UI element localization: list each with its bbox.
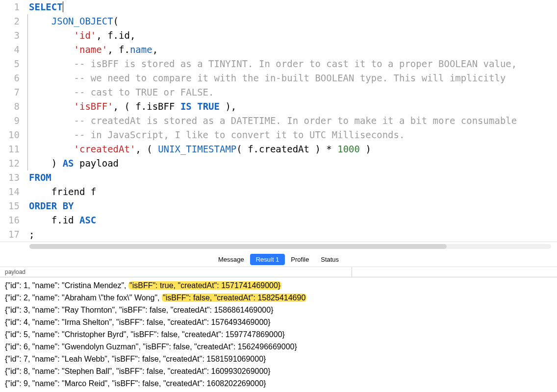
string-name: 'name' bbox=[74, 44, 108, 55]
line-number: 1 bbox=[0, 0, 20, 14]
keyword-select: SELECT bbox=[29, 1, 63, 12]
row-text: {"id": 7, "name": "Leah Webb", "isBFF": … bbox=[5, 355, 266, 363]
row-text: {"id": 6, "name": "Gwendolyn Guzman", "i… bbox=[5, 343, 297, 351]
tab-message[interactable]: Message bbox=[212, 254, 250, 265]
line-number: 9 bbox=[0, 114, 20, 128]
comment: -- createdAt is stored as a DATETIME. In… bbox=[74, 115, 517, 126]
table-row[interactable]: {"id": 9, "name": "Marco Reid", "isBFF":… bbox=[5, 377, 553, 390]
comment: -- isBFF is stored as a TINYINT. In orde… bbox=[74, 58, 517, 69]
table-row[interactable]: {"id": 3, "name": "Ray Thornton", "isBFF… bbox=[5, 304, 553, 316]
fn-json-object: JSON_OBJECT bbox=[51, 16, 113, 26]
line-number: 13 bbox=[0, 171, 20, 185]
string-id: 'id' bbox=[74, 30, 97, 41]
line-number: 6 bbox=[0, 71, 20, 85]
line-number: 8 bbox=[0, 99, 20, 114]
table-row[interactable]: {"id": 4, "name": "Irma Shelton", "isBFF… bbox=[5, 316, 553, 328]
line-number: 4 bbox=[0, 43, 20, 57]
table-row[interactable]: {"id": 7, "name": "Leah Webb", "isBFF": … bbox=[5, 353, 553, 365]
column-payload[interactable]: payload bbox=[0, 267, 352, 277]
code-area[interactable]: SELECT JSON_OBJECT( 'id', f.id, 'name', … bbox=[27, 0, 517, 242]
line-number: 5 bbox=[0, 57, 20, 71]
row-text: {"id": 8, "name": "Stephen Ball", "isBFF… bbox=[5, 367, 271, 375]
table-row[interactable]: {"id": 1, "name": "Cristina Mendez", "is… bbox=[5, 279, 553, 292]
table-row[interactable]: {"id": 2, "name": "Abraham \"the fox\" W… bbox=[5, 292, 553, 304]
horizontal-scrollbar[interactable] bbox=[29, 244, 551, 249]
row-text: {"id": 3, "name": "Ray Thornton", "isBFF… bbox=[5, 306, 273, 314]
row-text: {"id": 4, "name": "Irma Shelton", "isBFF… bbox=[5, 318, 271, 326]
line-number-gutter: 1234567891011121314151617 bbox=[0, 0, 27, 242]
tab-profile[interactable]: Profile bbox=[285, 254, 315, 265]
tab-result-1[interactable]: Result 1 bbox=[250, 254, 285, 265]
line-number: 14 bbox=[0, 185, 20, 199]
fold-guide bbox=[27, 14, 28, 171]
highlighted-text: "isBFF": true, "createdAt": 157174146900… bbox=[128, 281, 281, 290]
row-text: {"id": 9, "name": "Marco Reid", "isBFF":… bbox=[5, 379, 266, 388]
row-text: {"id": 2, "name": "Abraham \"the fox\" W… bbox=[5, 294, 162, 302]
scrollbar-thumb[interactable] bbox=[29, 244, 447, 249]
line-number: 3 bbox=[0, 28, 20, 43]
line-number: 12 bbox=[0, 156, 20, 171]
keyword-from: FROM bbox=[29, 172, 51, 183]
result-column-header[interactable]: payload bbox=[0, 267, 557, 277]
line-number: 15 bbox=[0, 199, 20, 213]
line-number: 17 bbox=[0, 227, 20, 242]
row-text: {"id": 5, "name": "Christopher Byrd", "i… bbox=[5, 330, 285, 339]
string-isbff: 'isBFF' bbox=[74, 101, 113, 112]
line-number: 7 bbox=[0, 85, 20, 99]
line-number: 10 bbox=[0, 128, 20, 142]
result-grid[interactable]: {"id": 1, "name": "Cristina Mendez", "is… bbox=[0, 277, 557, 392]
table-row[interactable]: {"id": 5, "name": "Christopher Byrd", "i… bbox=[5, 328, 553, 341]
highlighted-text: "isBFF": false, "createdAt": 15825414690 bbox=[162, 294, 306, 302]
tab-status[interactable]: Status bbox=[315, 254, 345, 265]
comment: -- cast to TRUE or FALSE. bbox=[74, 87, 214, 98]
table-row[interactable]: {"id": 8, "name": "Stephen Ball", "isBFF… bbox=[5, 365, 553, 377]
string-createdat: 'createdAt' bbox=[74, 144, 136, 154]
line-number: 16 bbox=[0, 213, 20, 227]
line-number: 11 bbox=[0, 142, 20, 156]
column-spacer bbox=[352, 267, 557, 277]
result-tabbar: Message Result 1 Profile Status bbox=[0, 252, 557, 267]
line-number: 2 bbox=[0, 14, 20, 28]
code-editor[interactable]: 1234567891011121314151617 SELECT JSON_OB… bbox=[0, 0, 557, 242]
row-text: {"id": 1, "name": "Cristina Mendez", bbox=[5, 281, 128, 290]
comment: -- we need to compare it with the in-bui… bbox=[74, 73, 506, 83]
table-row[interactable]: {"id": 6, "name": "Gwendolyn Guzman", "i… bbox=[5, 341, 553, 353]
keyword-orderby: ORDER BY bbox=[29, 200, 74, 211]
text-cursor bbox=[63, 1, 63, 12]
comment: -- in JavaScript, I like to convert it t… bbox=[74, 129, 405, 140]
